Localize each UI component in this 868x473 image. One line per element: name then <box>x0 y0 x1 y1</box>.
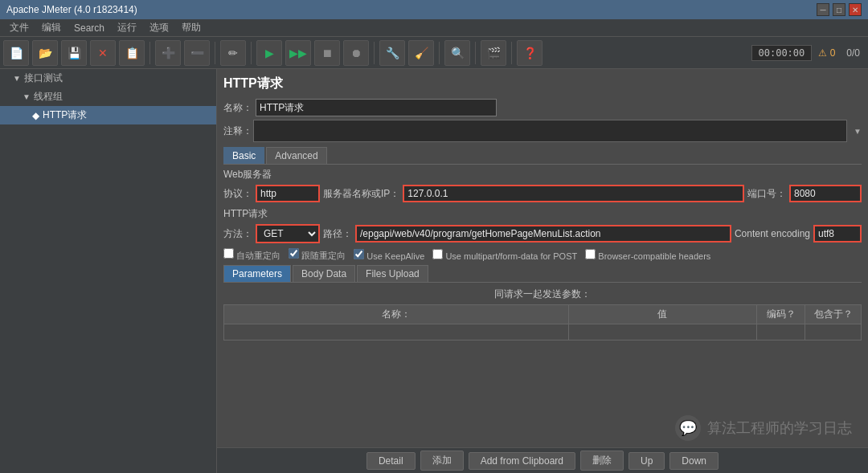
name-row: 名称： <box>223 99 862 116</box>
sidebar-item-http-request[interactable]: ◆ HTTP请求 <box>0 106 216 124</box>
sidebar-item-label-3: HTTP请求 <box>43 108 87 122</box>
keepalive-checkbox[interactable] <box>354 249 364 259</box>
toolbar: 📄 📂 💾 ✕ 📋 ➕ ➖ ✏ ▶ ▶▶ ⏹ ⏺ 🔧 🧹 🔍 🎬 ❓ 00:00… <box>0 37 868 69</box>
web-server-section: Web服务器 <box>223 168 862 181</box>
multipart-checkbox[interactable] <box>432 249 443 259</box>
watermark-text: 算法工程师的学习日志 <box>707 418 852 438</box>
menu-options[interactable]: 选项 <box>143 19 175 36</box>
toolbar-wrench-button[interactable]: 🔧 <box>379 40 405 66</box>
close-button[interactable]: ✕ <box>849 3 862 16</box>
comment-collapse-arrow[interactable]: ▼ <box>854 127 862 136</box>
menu-file[interactable]: 文件 <box>3 19 35 36</box>
add-button[interactable]: 添加 <box>420 451 464 471</box>
protocol-label: 协议： <box>223 187 252 201</box>
col-include: 包含于？ <box>805 305 862 324</box>
sidebar-item-label: 接口测试 <box>24 71 63 85</box>
follow-redirect-checkbox[interactable] <box>289 248 299 259</box>
tab-basic[interactable]: Basic <box>223 147 264 164</box>
http-request-icon: ◆ <box>32 110 39 121</box>
toolbar-remove-button[interactable]: ➖ <box>184 40 210 66</box>
toolbar-error-count: 0/0 <box>841 46 865 60</box>
col-value: 值 <box>568 305 756 324</box>
title-controls: ─ □ ✕ <box>817 3 862 16</box>
toolbar-play2-button[interactable]: ▶▶ <box>285 40 311 66</box>
checkbox-follow-redirect[interactable]: 跟随重定向 <box>289 248 346 262</box>
toolbar-film-button[interactable]: 🎬 <box>481 40 506 66</box>
toolbar-help-button[interactable]: ❓ <box>517 40 542 66</box>
add-from-clipboard-button[interactable]: Add from Clipboard <box>469 452 575 470</box>
port-input[interactable] <box>789 185 862 202</box>
toolbar-separator-4 <box>374 42 375 64</box>
collapse-arrow-2: ▼ <box>23 92 31 101</box>
toolbar-new-button[interactable]: 📄 <box>3 40 29 66</box>
menu-run[interactable]: 运行 <box>111 19 143 36</box>
sidebar-item-thread-group[interactable]: ▼ 线程组 <box>0 88 216 106</box>
collapse-arrow: ▼ <box>13 74 21 83</box>
col-encode: 编码？ <box>757 305 805 324</box>
server-label: 服务器名称或IP： <box>323 187 399 201</box>
maximize-button[interactable]: □ <box>833 3 845 16</box>
browser-checkbox[interactable] <box>585 249 596 259</box>
sidebar-item-interface-test[interactable]: ▼ 接口测试 <box>0 69 216 88</box>
down-button[interactable]: Down <box>669 452 719 470</box>
name-input[interactable] <box>256 99 497 116</box>
browser-label: Browser-compatible headers <box>598 251 710 261</box>
comment-textarea[interactable] <box>253 120 847 142</box>
toolbar-broom-button[interactable]: 🧹 <box>408 40 434 66</box>
sub-tab-body-data[interactable]: Body Data <box>293 265 355 282</box>
toolbar-play-button[interactable]: ▶ <box>256 40 282 66</box>
toolbar-stop2-button[interactable]: ⏺ <box>343 40 369 66</box>
menu-help[interactable]: 帮助 <box>175 19 207 36</box>
delete-button[interactable]: 删除 <box>580 451 624 471</box>
detail-button[interactable]: Detail <box>366 452 416 470</box>
menu-edit[interactable]: 编辑 <box>35 19 68 36</box>
path-input[interactable] <box>355 225 731 243</box>
keepalive-label: Use KeepAlive <box>366 251 424 261</box>
encoding-input[interactable] <box>813 225 862 243</box>
server-row: 协议： 服务器名称或IP： 端口号： <box>223 185 862 202</box>
main-layout: ▼ 接口测试 ▼ 线程组 ◆ HTTP请求 HTTP请求 名称： 注释： ▼ B… <box>0 69 868 473</box>
server-input[interactable] <box>403 185 744 202</box>
parameters-table: 名称： 值 编码？ 包含于？ <box>223 304 862 340</box>
toolbar-warning: ⚠ 0 <box>815 46 838 60</box>
title-bar: Apache JMeter (4.0 r1823414) ─ □ ✕ <box>0 0 868 19</box>
checkbox-browser[interactable]: Browser-compatible headers <box>585 249 710 261</box>
checkbox-keepalive[interactable]: Use KeepAlive <box>354 249 424 261</box>
checkbox-row: 自动重定向 跟随重定向 Use KeepAlive Use multipart/… <box>223 248 862 262</box>
together-label: 同请求一起发送参数： <box>223 287 862 301</box>
toolbar-stop-button[interactable]: ⏹ <box>314 40 340 66</box>
toolbar-copy-button[interactable]: 📋 <box>119 40 145 66</box>
toolbar-add-button[interactable]: ➕ <box>155 40 181 66</box>
toolbar-separator-1 <box>149 42 150 64</box>
toolbar-separator-2 <box>215 42 215 64</box>
toolbar-separator-6 <box>475 42 476 64</box>
cell-include <box>805 324 862 340</box>
method-select[interactable]: GET POST PUT DELETE <box>256 224 320 243</box>
follow-redirect-label: 跟随重定向 <box>301 251 346 260</box>
encoding-label: Content encoding <box>735 228 810 239</box>
tab-advanced[interactable]: Advanced <box>266 147 326 164</box>
toolbar-error-button[interactable]: ✕ <box>90 40 116 66</box>
cell-encode <box>757 324 805 340</box>
table-row <box>224 324 862 340</box>
multipart-label: Use multipart/form-data for POST <box>445 251 577 261</box>
minimize-button[interactable]: ─ <box>817 3 829 16</box>
auto-redirect-label: 自动重定向 <box>236 251 280 260</box>
sub-tab-parameters[interactable]: Parameters <box>223 265 291 282</box>
watermark-icon: 💬 <box>675 415 701 441</box>
auto-redirect-checkbox[interactable] <box>223 248 234 259</box>
cell-name <box>224 324 569 340</box>
up-button[interactable]: Up <box>628 452 665 470</box>
toolbar-pencil-button[interactable]: ✏ <box>220 40 246 66</box>
toolbar-save-button[interactable]: 💾 <box>61 40 87 66</box>
protocol-input[interactable] <box>256 185 320 202</box>
menu-search[interactable]: Search <box>68 21 111 35</box>
bottom-bar: Detail 添加 Add from Clipboard 删除 Up Down <box>217 447 868 473</box>
checkbox-multipart[interactable]: Use multipart/form-data for POST <box>432 249 577 261</box>
method-row: 方法： GET POST PUT DELETE 路径： Content enco… <box>223 224 862 243</box>
checkbox-redirect[interactable]: 自动重定向 <box>223 248 280 262</box>
toolbar-separator-7 <box>511 42 512 64</box>
toolbar-open-button[interactable]: 📂 <box>32 40 58 66</box>
sub-tab-files-upload[interactable]: Files Upload <box>357 265 428 282</box>
toolbar-monitor-button[interactable]: 🔍 <box>444 40 470 66</box>
